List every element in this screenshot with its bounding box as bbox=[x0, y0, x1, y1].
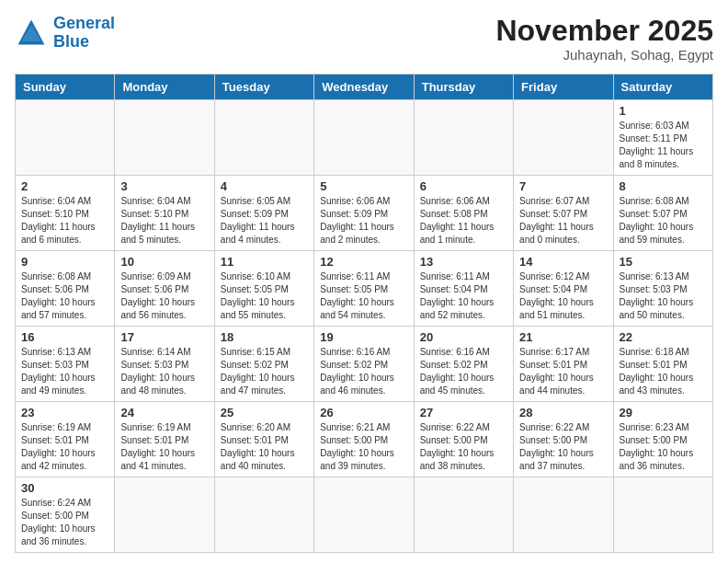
day-info: Sunrise: 6:11 AM Sunset: 5:05 PM Dayligh… bbox=[320, 270, 407, 322]
day-info: Sunrise: 6:11 AM Sunset: 5:04 PM Dayligh… bbox=[420, 270, 507, 322]
day-number: 20 bbox=[420, 330, 507, 344]
day-cell: 30Sunrise: 6:24 AM Sunset: 5:00 PM Dayli… bbox=[16, 477, 115, 553]
week-row-6: 30Sunrise: 6:24 AM Sunset: 5:00 PM Dayli… bbox=[16, 477, 713, 553]
day-number: 12 bbox=[320, 255, 407, 269]
day-cell bbox=[414, 100, 513, 176]
day-cell: 19Sunrise: 6:16 AM Sunset: 5:02 PM Dayli… bbox=[314, 327, 414, 402]
day-info: Sunrise: 6:08 AM Sunset: 5:07 PM Dayligh… bbox=[620, 195, 707, 247]
day-number: 2 bbox=[21, 179, 108, 193]
day-cell: 21Sunrise: 6:17 AM Sunset: 5:01 PM Dayli… bbox=[514, 327, 613, 402]
day-number: 22 bbox=[620, 330, 707, 344]
header-friday: Friday bbox=[514, 75, 613, 100]
logo-icon bbox=[15, 17, 48, 50]
day-cell: 11Sunrise: 6:10 AM Sunset: 5:05 PM Dayli… bbox=[214, 251, 313, 327]
day-cell: 2Sunrise: 6:04 AM Sunset: 5:10 PM Daylig… bbox=[16, 176, 115, 251]
day-number: 5 bbox=[320, 179, 407, 193]
day-info: Sunrise: 6:10 AM Sunset: 5:05 PM Dayligh… bbox=[221, 270, 308, 322]
day-cell: 16Sunrise: 6:13 AM Sunset: 5:03 PM Dayli… bbox=[16, 327, 115, 402]
day-number: 3 bbox=[120, 179, 208, 193]
week-row-4: 16Sunrise: 6:13 AM Sunset: 5:03 PM Dayli… bbox=[16, 327, 713, 402]
day-cell: 20Sunrise: 6:16 AM Sunset: 5:02 PM Dayli… bbox=[414, 327, 513, 402]
day-info: Sunrise: 6:03 AM Sunset: 5:11 PM Dayligh… bbox=[620, 120, 707, 171]
day-number: 24 bbox=[120, 406, 208, 419]
day-cell: 25Sunrise: 6:20 AM Sunset: 5:01 PM Dayli… bbox=[214, 402, 313, 477]
day-cell bbox=[314, 100, 414, 176]
day-cell: 10Sunrise: 6:09 AM Sunset: 5:06 PM Dayli… bbox=[115, 251, 214, 327]
day-number: 29 bbox=[620, 406, 707, 419]
day-info: Sunrise: 6:22 AM Sunset: 5:00 PM Dayligh… bbox=[519, 421, 607, 473]
day-cell: 4Sunrise: 6:05 AM Sunset: 5:09 PM Daylig… bbox=[214, 176, 313, 251]
day-cell bbox=[115, 477, 214, 553]
day-number: 7 bbox=[519, 179, 607, 193]
day-info: Sunrise: 6:06 AM Sunset: 5:09 PM Dayligh… bbox=[320, 195, 407, 247]
logo: General Blue bbox=[15, 15, 115, 52]
day-cell: 6Sunrise: 6:06 AM Sunset: 5:08 PM Daylig… bbox=[414, 176, 513, 251]
header-thursday: Thursday bbox=[414, 75, 513, 100]
location-subtitle: Juhaynah, Sohag, Egypt bbox=[495, 47, 713, 63]
calendar-container: General Blue November 2025 Juhaynah, Soh… bbox=[0, 0, 728, 563]
day-number: 9 bbox=[21, 255, 108, 269]
month-title: November 2025 bbox=[495, 15, 713, 47]
day-number: 17 bbox=[120, 330, 208, 344]
day-number: 30 bbox=[21, 481, 108, 495]
day-info: Sunrise: 6:19 AM Sunset: 5:01 PM Dayligh… bbox=[120, 421, 208, 473]
day-number: 26 bbox=[320, 406, 407, 419]
day-info: Sunrise: 6:19 AM Sunset: 5:01 PM Dayligh… bbox=[21, 421, 108, 473]
day-number: 6 bbox=[420, 179, 507, 193]
day-info: Sunrise: 6:09 AM Sunset: 5:06 PM Dayligh… bbox=[120, 270, 208, 322]
day-number: 21 bbox=[519, 330, 607, 344]
day-info: Sunrise: 6:12 AM Sunset: 5:04 PM Dayligh… bbox=[519, 270, 607, 322]
day-info: Sunrise: 6:21 AM Sunset: 5:00 PM Dayligh… bbox=[320, 421, 407, 473]
day-cell: 1Sunrise: 6:03 AM Sunset: 5:11 PM Daylig… bbox=[613, 100, 712, 176]
day-info: Sunrise: 6:04 AM Sunset: 5:10 PM Dayligh… bbox=[21, 195, 108, 247]
day-cell: 26Sunrise: 6:21 AM Sunset: 5:00 PM Dayli… bbox=[314, 402, 414, 477]
day-cell: 12Sunrise: 6:11 AM Sunset: 5:05 PM Dayli… bbox=[314, 251, 414, 327]
day-number: 16 bbox=[21, 330, 108, 344]
header-monday: Monday bbox=[115, 75, 214, 100]
day-cell: 7Sunrise: 6:07 AM Sunset: 5:07 PM Daylig… bbox=[514, 176, 613, 251]
day-cell: 27Sunrise: 6:22 AM Sunset: 5:00 PM Dayli… bbox=[414, 402, 513, 477]
week-row-2: 2Sunrise: 6:04 AM Sunset: 5:10 PM Daylig… bbox=[16, 176, 713, 251]
day-number: 1 bbox=[620, 104, 707, 118]
day-cell: 14Sunrise: 6:12 AM Sunset: 5:04 PM Dayli… bbox=[514, 251, 613, 327]
day-info: Sunrise: 6:06 AM Sunset: 5:08 PM Dayligh… bbox=[420, 195, 507, 247]
week-row-3: 9Sunrise: 6:08 AM Sunset: 5:06 PM Daylig… bbox=[16, 251, 713, 327]
day-cell: 28Sunrise: 6:22 AM Sunset: 5:00 PM Dayli… bbox=[514, 402, 613, 477]
day-cell bbox=[214, 100, 313, 176]
header-saturday: Saturday bbox=[613, 75, 712, 100]
header-tuesday: Tuesday bbox=[214, 75, 313, 100]
day-cell bbox=[314, 477, 414, 553]
day-cell: 24Sunrise: 6:19 AM Sunset: 5:01 PM Dayli… bbox=[115, 402, 214, 477]
day-cell bbox=[514, 100, 613, 176]
logo-text: General Blue bbox=[53, 15, 115, 52]
day-info: Sunrise: 6:16 AM Sunset: 5:02 PM Dayligh… bbox=[420, 346, 507, 397]
day-cell: 15Sunrise: 6:13 AM Sunset: 5:03 PM Dayli… bbox=[613, 251, 712, 327]
day-info: Sunrise: 6:04 AM Sunset: 5:10 PM Dayligh… bbox=[120, 195, 208, 247]
day-cell bbox=[414, 477, 513, 553]
day-cell: 8Sunrise: 6:08 AM Sunset: 5:07 PM Daylig… bbox=[613, 176, 712, 251]
day-info: Sunrise: 6:13 AM Sunset: 5:03 PM Dayligh… bbox=[21, 346, 108, 397]
day-cell: 3Sunrise: 6:04 AM Sunset: 5:10 PM Daylig… bbox=[115, 176, 214, 251]
day-info: Sunrise: 6:22 AM Sunset: 5:00 PM Dayligh… bbox=[420, 421, 507, 473]
day-cell: 23Sunrise: 6:19 AM Sunset: 5:01 PM Dayli… bbox=[16, 402, 115, 477]
day-info: Sunrise: 6:23 AM Sunset: 5:00 PM Dayligh… bbox=[620, 421, 707, 473]
day-cell bbox=[613, 477, 712, 553]
week-row-1: 1Sunrise: 6:03 AM Sunset: 5:11 PM Daylig… bbox=[16, 100, 713, 176]
header-wednesday: Wednesday bbox=[314, 75, 414, 100]
day-cell bbox=[16, 100, 115, 176]
week-row-5: 23Sunrise: 6:19 AM Sunset: 5:01 PM Dayli… bbox=[16, 402, 713, 477]
day-number: 23 bbox=[21, 406, 108, 419]
day-info: Sunrise: 6:13 AM Sunset: 5:03 PM Dayligh… bbox=[620, 270, 707, 322]
day-info: Sunrise: 6:24 AM Sunset: 5:00 PM Dayligh… bbox=[21, 497, 108, 548]
day-number: 11 bbox=[221, 255, 308, 269]
day-cell: 13Sunrise: 6:11 AM Sunset: 5:04 PM Dayli… bbox=[414, 251, 513, 327]
day-number: 14 bbox=[519, 255, 607, 269]
day-info: Sunrise: 6:17 AM Sunset: 5:01 PM Dayligh… bbox=[519, 346, 607, 397]
day-number: 18 bbox=[221, 330, 308, 344]
day-cell: 29Sunrise: 6:23 AM Sunset: 5:00 PM Dayli… bbox=[613, 402, 712, 477]
day-number: 27 bbox=[420, 406, 507, 419]
title-block: November 2025 Juhaynah, Sohag, Egypt bbox=[495, 15, 713, 63]
day-number: 28 bbox=[519, 406, 607, 419]
day-cell: 22Sunrise: 6:18 AM Sunset: 5:01 PM Dayli… bbox=[613, 327, 712, 402]
day-info: Sunrise: 6:05 AM Sunset: 5:09 PM Dayligh… bbox=[221, 195, 308, 247]
